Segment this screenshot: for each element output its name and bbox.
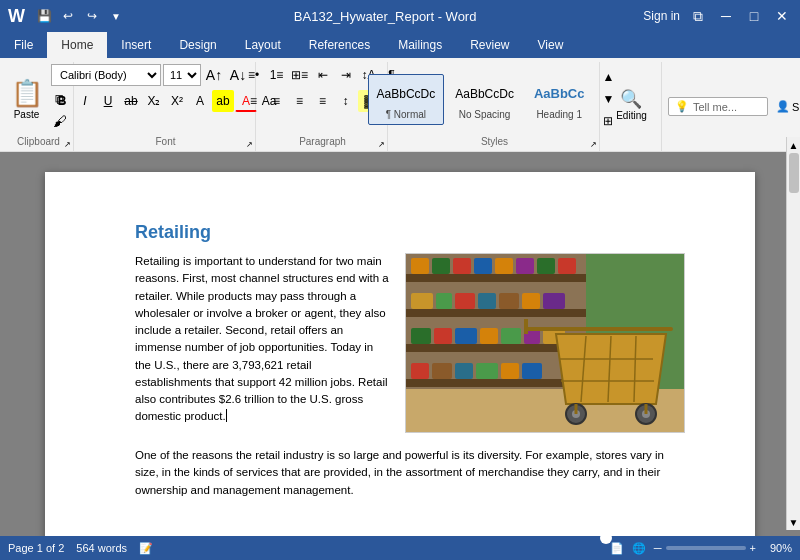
track-changes-icon: 📝 (139, 542, 153, 555)
align-left-button[interactable]: ≡ (243, 90, 265, 112)
tab-references[interactable]: References (295, 32, 384, 58)
styles-group: AaBbCcDc ¶ Normal AaBbCcDc No Spacing Aa… (390, 62, 600, 151)
style-heading1[interactable]: AaBbCc Heading 1 (525, 74, 594, 125)
svg-rect-9 (474, 258, 492, 274)
paragraph-expand[interactable]: ↗ (378, 140, 385, 149)
format-painter-button[interactable]: 🖌 (49, 111, 71, 131)
bold-button[interactable]: B (51, 90, 73, 112)
ribbon: File Home Insert Design Layout Reference… (0, 32, 800, 152)
tab-review[interactable]: Review (456, 32, 523, 58)
svg-rect-31 (476, 363, 498, 379)
zoom-in-button[interactable]: + (750, 542, 756, 554)
tab-home[interactable]: Home (47, 32, 107, 58)
style-normal-label: ¶ Normal (386, 109, 426, 120)
decrease-indent-button[interactable]: ⇤ (312, 64, 334, 86)
maximize-icon[interactable]: □ (744, 6, 764, 26)
paste-label: Paste (14, 109, 40, 120)
scroll-down-button[interactable]: ▼ (787, 514, 801, 530)
svg-rect-29 (432, 363, 452, 379)
editing-group: 🔍 Editing (602, 62, 662, 151)
font-label: Font (155, 134, 175, 149)
right-toolbar: 💡 Tell me... 👤 Share 💬 (668, 62, 800, 151)
font-expand[interactable]: ↗ (246, 140, 253, 149)
numbering-button[interactable]: 1≡ (266, 64, 288, 86)
tab-layout[interactable]: Layout (231, 32, 295, 58)
share-button[interactable]: 👤 Share (776, 100, 800, 113)
svg-rect-22 (434, 328, 452, 344)
document-paragraph2[interactable]: One of the reasons the retail industry i… (135, 447, 685, 499)
tab-mailings[interactable]: Mailings (384, 32, 456, 58)
strikethrough-button[interactable]: ab (120, 90, 142, 112)
multilevel-button[interactable]: ⊞≡ (289, 64, 311, 86)
align-right-button[interactable]: ≡ (289, 90, 311, 112)
svg-rect-19 (522, 293, 540, 309)
increase-indent-button[interactable]: ⇥ (335, 64, 357, 86)
bullets-button[interactable]: ≡• (243, 64, 265, 86)
text-effects-button[interactable]: A (189, 90, 211, 112)
document-content: Retailing is important to understand for… (135, 253, 685, 433)
font-name-select[interactable]: Calibri (Body) (51, 64, 161, 86)
zoom-control: ─ + 90% (654, 542, 792, 554)
subscript-button[interactable]: X₂ (143, 90, 165, 112)
sign-in-button[interactable]: Sign in (643, 9, 680, 23)
title-bar-center: BA132_Hywater_Report - Word (294, 9, 477, 24)
redo-icon[interactable]: ↪ (81, 5, 103, 27)
tab-file[interactable]: File (0, 32, 47, 58)
zoom-out-button[interactable]: ─ (654, 542, 662, 554)
svg-rect-7 (432, 258, 450, 274)
styles-expand[interactable]: ↗ (590, 140, 597, 149)
svg-rect-2 (406, 274, 586, 282)
document-title: BA132_Hywater_Report - Word (294, 9, 477, 24)
editing-button[interactable]: 🔍 Editing (610, 84, 653, 125)
svg-rect-20 (543, 293, 565, 309)
close-icon[interactable]: ✕ (772, 6, 792, 26)
editing-controls: 🔍 Editing (610, 64, 653, 145)
increase-font-button[interactable]: A↑ (203, 64, 225, 86)
svg-rect-3 (406, 309, 586, 317)
align-center-button[interactable]: ≡ (266, 90, 288, 112)
superscript-button[interactable]: X² (166, 90, 188, 112)
save-icon[interactable]: 💾 (33, 5, 55, 27)
layout-web-icon[interactable]: 🌐 (632, 542, 646, 555)
page-info: Page 1 of 2 (8, 542, 64, 554)
customize-icon[interactable]: ▼ (105, 5, 127, 27)
document-image (405, 253, 685, 433)
zoom-track[interactable] (666, 546, 746, 550)
word-count: 564 words (76, 542, 127, 554)
paste-button[interactable]: 📋 Paste (7, 74, 47, 124)
line-spacing-button[interactable]: ↕ (335, 90, 357, 112)
zoom-thumb[interactable] (600, 532, 612, 544)
svg-rect-11 (516, 258, 534, 274)
document-paragraph1[interactable]: Retailing is important to understand for… (135, 253, 389, 433)
minimize-icon[interactable]: ─ (716, 6, 736, 26)
font-size-select[interactable]: 11 12 (163, 64, 201, 86)
word-logo-icon: W (8, 6, 25, 27)
svg-rect-24 (480, 328, 498, 344)
svg-rect-17 (478, 293, 496, 309)
scroll-up-button[interactable]: ▲ (787, 137, 801, 153)
clipboard-expand[interactable]: ↗ (64, 140, 71, 149)
italic-button[interactable]: I (74, 90, 96, 112)
style-normal[interactable]: AaBbCcDc ¶ Normal (368, 74, 445, 125)
svg-rect-33 (522, 363, 542, 379)
styles-gallery: AaBbCcDc ¶ Normal AaBbCcDc No Spacing Aa… (368, 64, 622, 134)
tab-view[interactable]: View (524, 32, 578, 58)
document-page[interactable]: Retailing Retailing is important to unde… (45, 172, 755, 543)
scrollbar: ▲ ▼ (786, 137, 800, 530)
style-no-spacing-preview: AaBbCcDc (455, 79, 514, 109)
tell-me-box[interactable]: 💡 Tell me... (668, 97, 768, 116)
underline-button[interactable]: U (97, 90, 119, 112)
text-highlight-button[interactable]: ab (212, 90, 234, 112)
style-no-spacing[interactable]: AaBbCcDc No Spacing (446, 74, 523, 125)
justify-button[interactable]: ≡ (312, 90, 334, 112)
scroll-track[interactable] (787, 153, 801, 514)
restore-icon[interactable]: ⧉ (688, 6, 708, 26)
tab-design[interactable]: Design (165, 32, 230, 58)
layout-print-icon[interactable]: 📄 (610, 542, 624, 555)
svg-rect-28 (411, 363, 429, 379)
status-bar: Page 1 of 2 564 words 📝 📄 🌐 ─ + 90% (0, 536, 800, 560)
title-bar-left: W 💾 ↩ ↪ ▼ (8, 5, 127, 27)
undo-icon[interactable]: ↩ (57, 5, 79, 27)
scroll-thumb[interactable] (789, 153, 799, 193)
tab-insert[interactable]: Insert (107, 32, 165, 58)
